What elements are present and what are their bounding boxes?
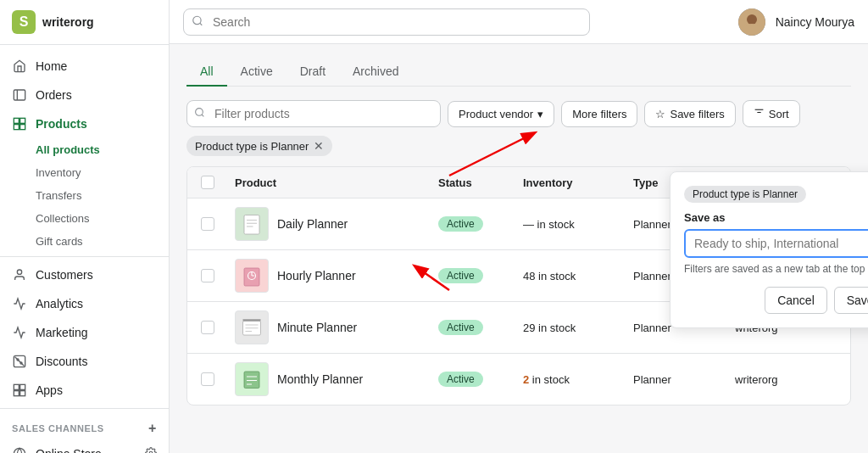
svg-rect-29	[244, 215, 259, 235]
products-icon	[12, 116, 27, 131]
svg-rect-14	[20, 391, 25, 396]
tab-archived[interactable]: Archived	[339, 58, 412, 87]
active-filter-tag: Product type is Planner ✕	[186, 136, 332, 156]
svg-point-22	[747, 14, 757, 25]
select-all-checkbox[interactable]	[201, 176, 214, 189]
svg-rect-12	[20, 384, 25, 389]
sidebar-item-analytics[interactable]: Analytics	[0, 289, 169, 318]
topbar: Naincy Mourya	[170, 0, 868, 44]
sidebar-item-gift-cards[interactable]: Gift cards	[36, 230, 169, 253]
product-name: Minute Planner	[277, 321, 357, 334]
inventory-text: 2 in stock	[523, 373, 633, 386]
svg-point-19	[193, 16, 201, 24]
sales-channels-title: SALES CHANNELS	[12, 423, 104, 433]
analytics-icon	[12, 296, 27, 311]
more-filters-btn[interactable]: More filters	[561, 101, 637, 127]
avatar	[738, 8, 765, 36]
svg-rect-3	[20, 118, 25, 123]
sidebar-item-discounts[interactable]: Discounts	[0, 347, 169, 376]
global-search-input[interactable]	[183, 8, 590, 36]
save-as-label: Save as	[684, 211, 868, 224]
inventory-text: 29 in stock	[523, 322, 633, 334]
table-row[interactable]: Monthly Planner Active 2 in stock Planne…	[187, 354, 850, 405]
online-store-settings-icon[interactable]	[145, 447, 157, 454]
product-vendor-btn[interactable]: Product vendor ▾	[448, 101, 554, 127]
sort-label: Sort	[769, 108, 789, 120]
product-thumbnail	[235, 259, 269, 293]
home-label: Home	[36, 59, 67, 73]
row-checkbox[interactable]	[201, 321, 235, 334]
row-checkbox[interactable]	[201, 217, 235, 231]
products-label: Products	[36, 117, 87, 131]
svg-rect-13	[14, 391, 19, 396]
inventory-text: 48 in stock	[523, 270, 633, 282]
product-info: Hourly Planner	[235, 259, 438, 293]
sidebar-item-marketing[interactable]: Marketing	[0, 318, 169, 347]
orders-icon	[12, 87, 27, 103]
save-filters-btn[interactable]: ☆ Save filters	[644, 101, 735, 127]
marketing-icon	[12, 325, 27, 340]
row-checkbox[interactable]	[201, 372, 235, 386]
svg-rect-11	[14, 384, 19, 389]
sidebar-item-online-store[interactable]: Online Store	[0, 439, 169, 453]
header-checkbox-col	[201, 176, 235, 189]
svg-point-6	[17, 270, 21, 274]
tab-active[interactable]: Active	[227, 58, 287, 87]
filter-search-icon	[194, 107, 205, 120]
sidebar-item-customers[interactable]: Customers	[0, 260, 169, 289]
header-product: Product	[235, 176, 438, 189]
product-thumbnail	[235, 362, 269, 396]
save-as-input[interactable]	[684, 229, 868, 258]
sidebar-item-transfers[interactable]: Transfers	[36, 184, 169, 207]
topbar-right: Naincy Mourya	[738, 8, 854, 36]
product-info: Monthly Planner	[235, 362, 438, 396]
product-status: Active	[438, 320, 523, 335]
apps-icon	[12, 383, 27, 398]
sidebar-item-inventory[interactable]: Inventory	[36, 161, 169, 184]
sort-btn[interactable]: Sort	[743, 100, 800, 127]
inventory-warn-num: 2	[523, 373, 529, 386]
page-content: All Active Draft Archived Product vendor…	[170, 44, 868, 453]
user-name: Naincy Mourya	[776, 15, 854, 29]
tab-draft[interactable]: Draft	[287, 58, 339, 87]
product-vendor-label: Product vendor	[459, 108, 533, 120]
svg-rect-4	[14, 125, 19, 130]
filter-search-input[interactable]	[186, 100, 441, 127]
filter-tag-remove-btn[interactable]: ✕	[314, 139, 324, 153]
orders-label: Orders	[36, 88, 72, 102]
sort-icon	[754, 107, 765, 120]
row-checkbox[interactable]	[201, 269, 235, 282]
cancel-button[interactable]: Cancel	[765, 287, 827, 314]
sidebar-item-orders[interactable]: Orders	[0, 81, 169, 109]
online-store-icon	[12, 446, 27, 453]
store-logo: S	[12, 10, 36, 34]
svg-line-24	[202, 115, 203, 116]
global-search-bar	[183, 8, 590, 36]
sidebar-item-collections[interactable]: Collections	[36, 207, 169, 230]
discounts-icon	[12, 354, 27, 369]
sidebar-item-all-products[interactable]: All products	[36, 138, 169, 161]
product-status: Active	[438, 268, 523, 283]
customers-icon	[12, 267, 27, 282]
filter-row: Product vendor ▾ More filters ☆ Save fil…	[186, 100, 851, 127]
save-filters-label: Save filters	[670, 108, 724, 120]
sidebar-item-home[interactable]: Home	[0, 52, 169, 81]
save-filters-confirm-button[interactable]: Save filters	[834, 287, 868, 314]
add-sales-channel-btn[interactable]: +	[148, 421, 157, 436]
popover-actions: Cancel Save filters	[684, 287, 868, 314]
sidebar-item-products[interactable]: Products	[0, 109, 169, 138]
svg-line-9	[15, 357, 25, 366]
product-status: Active	[438, 216, 523, 232]
filter-search-wrap	[186, 100, 441, 127]
sidebar-item-apps[interactable]: Apps	[0, 376, 169, 405]
tab-all[interactable]: All	[186, 58, 227, 87]
svg-line-20	[200, 23, 203, 25]
svg-rect-5	[20, 125, 25, 130]
save-filters-popover: Product type is Planner Save as Filters …	[670, 171, 868, 328]
product-vendor: writerorg	[735, 373, 837, 386]
home-icon	[12, 59, 27, 74]
main-area: Naincy Mourya All Active Draft Archived …	[170, 0, 868, 453]
marketing-label: Marketing	[36, 326, 87, 339]
sidebar-header: S writerorg	[0, 0, 169, 45]
product-name: Monthly Planner	[277, 372, 363, 386]
